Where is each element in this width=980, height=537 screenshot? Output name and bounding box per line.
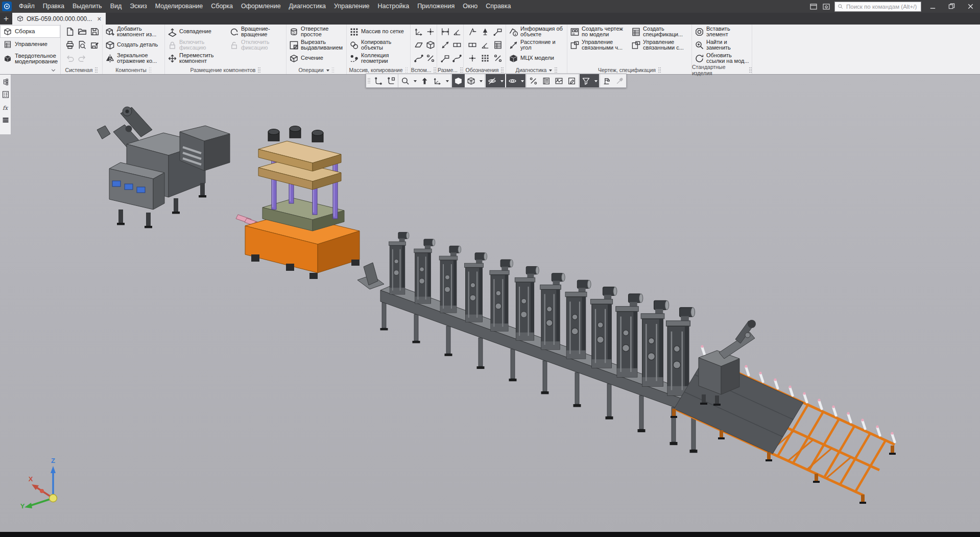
menu-item-edit[interactable]: Правка	[39, 0, 68, 13]
section-grip-icon[interactable]	[258, 67, 260, 73]
display-mode-dropdown-caret[interactable]	[477, 74, 484, 87]
aux-plane-button[interactable]	[413, 38, 425, 52]
panel-variables-button[interactable]	[1, 103, 10, 112]
menu-item-diagnostics[interactable]: Диагностика	[285, 0, 330, 13]
viewport-3d[interactable]: Z X Y	[0, 75, 980, 532]
cmd-create-drawing[interactable]: Создать чертеж по модели	[569, 25, 630, 38]
command-search-input[interactable]	[845, 3, 918, 10]
section-grip-icon[interactable]	[658, 67, 661, 73]
ann-angle-mark-button[interactable]	[479, 38, 491, 52]
zoom-button[interactable]	[399, 74, 412, 87]
menu-item-view[interactable]: Вид	[106, 0, 126, 13]
cmd-insert-element[interactable]: Вставить элемент	[694, 25, 751, 38]
minimize-button[interactable]	[925, 0, 940, 13]
cmd-enable-fixation[interactable]: Включить фиксацию	[166, 38, 228, 52]
section-grip-icon[interactable]	[460, 67, 463, 73]
diagnostics-gallery-caret[interactable]	[549, 69, 552, 73]
section-grip-icon[interactable]	[555, 67, 557, 73]
dim-distance-button[interactable]	[439, 38, 451, 52]
hidden-objects-view-button[interactable]	[506, 74, 519, 87]
menu-item-layout[interactable]: Оформление	[237, 0, 285, 13]
ann-layers-button[interactable]	[479, 52, 491, 65]
ann-table-button[interactable]	[492, 38, 504, 52]
roll-forming-line[interactable]	[357, 232, 710, 453]
cmd-manage-linked-specs[interactable]: Управление связанными с...	[630, 38, 690, 52]
menu-item-sketch[interactable]: Эскиз	[126, 0, 151, 13]
panel-parameters-button[interactable]	[1, 90, 10, 99]
open-document-button[interactable]	[76, 25, 88, 38]
hidden-objects-dropdown-caret[interactable]	[519, 74, 525, 87]
section-grip-icon[interactable]	[149, 67, 152, 73]
cmd-create-specification[interactable]: Создать спецификаци...	[630, 25, 690, 38]
operations-gallery-caret[interactable]	[326, 69, 329, 73]
preview-button[interactable]	[76, 38, 88, 52]
display-mode-button[interactable]	[465, 74, 477, 87]
model-structure-button[interactable]	[601, 74, 613, 87]
menu-item-window[interactable]: Окно	[459, 0, 482, 13]
cmd-find-replace[interactable]: Найти и заменить	[694, 38, 751, 52]
ann-leader-button[interactable]	[492, 25, 504, 38]
cmd-copy-objects[interactable]: Копировать объекты	[348, 38, 410, 52]
section-grip-icon[interactable]	[332, 67, 334, 73]
sketch-display-button[interactable]	[565, 74, 578, 87]
cmd-section[interactable]: Сечение	[288, 52, 346, 65]
dim-tolerance-button[interactable]	[451, 38, 463, 52]
ribbon-collapse-button[interactable]	[50, 66, 57, 74]
section-grip-icon[interactable]	[501, 67, 504, 73]
ann-marker-button[interactable]	[466, 52, 479, 65]
filter-dropdown-caret[interactable]	[592, 74, 599, 87]
redo-button[interactable]	[76, 52, 88, 65]
mode-solid-modeling[interactable]: Твердотельное моделирование	[0, 51, 60, 67]
texture-display-button[interactable]	[553, 74, 565, 87]
ann-datum-button[interactable]	[479, 25, 491, 38]
sketch-on-plane-button[interactable]	[385, 74, 397, 87]
dim-leader-button[interactable]	[439, 52, 451, 65]
cmd-create-part[interactable]: Создать деталь	[104, 38, 164, 52]
close-button[interactable]	[963, 0, 978, 13]
cmd-disable-fixation[interactable]: Отключить фиксацию	[228, 38, 285, 52]
undo-button[interactable]	[64, 52, 76, 65]
menu-item-modeling[interactable]: Моделирование	[151, 0, 207, 13]
orientation-button[interactable]	[431, 74, 444, 87]
cmd-mirror-components[interactable]: Зеркальное отражение ко...	[104, 52, 164, 65]
dim-linear-button[interactable]	[439, 25, 451, 38]
cmd-rotation-rotation[interactable]: Вращение-вращение	[228, 25, 285, 38]
save-button[interactable]	[88, 25, 101, 38]
interface-settings-button[interactable]	[822, 3, 831, 11]
section-grip-icon[interactable]	[749, 67, 752, 73]
dimensions-toggle-button[interactable]	[527, 74, 540, 87]
orientation-triad[interactable]: Z X Y	[20, 457, 57, 510]
menu-item-assembly[interactable]: Сборка	[207, 0, 237, 13]
section-grip-icon[interactable]	[405, 67, 408, 73]
zoom-dropdown-caret[interactable]	[412, 74, 418, 87]
cmd-move-component[interactable]: Переместить компонент	[166, 52, 228, 65]
tab-close-button[interactable]: ×	[97, 16, 101, 22]
ann-tolerance-frame-button[interactable]	[466, 38, 479, 52]
zoom-fit-button[interactable]	[418, 74, 431, 87]
create-sketch-button[interactable]	[372, 74, 385, 87]
aux-spline-button[interactable]	[413, 52, 425, 65]
eyedropper-button[interactable]	[613, 74, 626, 87]
panel-tree-button[interactable]	[1, 77, 10, 86]
aux-line-button[interactable]	[424, 52, 437, 65]
ann-mark-line-button[interactable]	[492, 52, 504, 65]
shaded-display-button[interactable]	[452, 74, 465, 87]
menu-item-settings[interactable]: Настройка	[374, 0, 414, 13]
report-button[interactable]	[540, 74, 553, 87]
hide-objects-dropdown-caret[interactable]	[498, 74, 505, 87]
menu-item-management[interactable]: Управление	[330, 0, 374, 13]
dim-angular-button[interactable]	[451, 25, 463, 38]
viewport-scene[interactable]: Z X Y	[0, 75, 980, 532]
cmd-update-references[interactable]: Обновить ссылки на мод...	[694, 52, 751, 65]
menu-item-select[interactable]: Выделить	[68, 0, 106, 13]
hydraulic-press[interactable]	[236, 126, 360, 279]
toolbar-drag-handle[interactable]	[366, 74, 372, 87]
section-grip-icon[interactable]	[95, 67, 98, 73]
menu-item-file[interactable]: Файл	[15, 0, 39, 13]
filter-objects-button[interactable]	[580, 74, 592, 87]
menu-item-applications[interactable]: Приложения	[413, 0, 459, 13]
cmd-mass-properties[interactable]: МЦХ модели	[508, 52, 568, 65]
strip-feeder-machine[interactable]	[97, 107, 230, 228]
cmd-mate-coincident[interactable]: Совпадение	[166, 25, 228, 38]
window-layout-button[interactable]	[809, 3, 818, 11]
